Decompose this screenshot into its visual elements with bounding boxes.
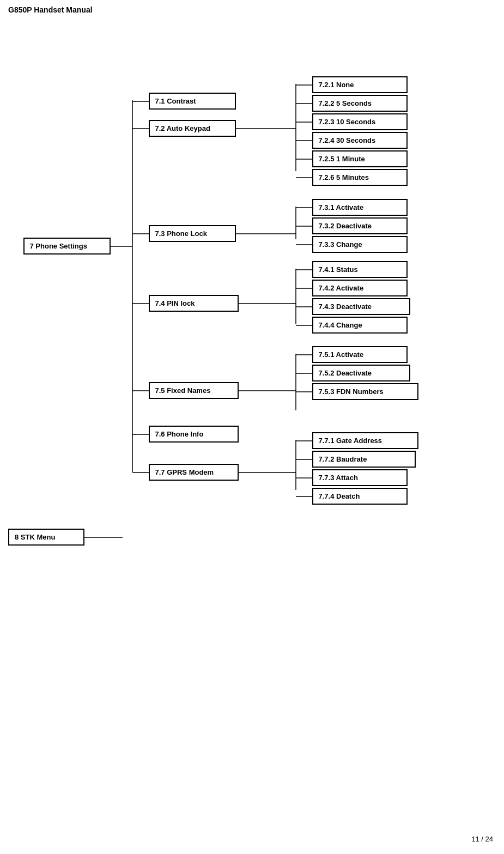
node-726: 7.2.6 5 Minutes: [312, 169, 408, 186]
page-number: 11 / 24: [471, 835, 493, 843]
node-731: 7.3.1 Activate: [312, 199, 408, 216]
node-751: 7.5.1 Activate: [312, 346, 408, 363]
page-title: G850P Handset Manual: [0, 0, 504, 20]
node-743: 7.4.3 Deactivate: [312, 298, 410, 315]
node-772: 7.7.2 Baudrate: [312, 451, 416, 468]
node-723: 7.2.3 10 Seconds: [312, 113, 408, 130]
root-node: 7 Phone Settings: [23, 238, 111, 255]
node-722: 7.2.2 5 Seconds: [312, 95, 408, 112]
node-732: 7.3.2 Deactivate: [312, 217, 408, 234]
node-741: 7.4.1 Status: [312, 261, 408, 278]
node-771: 7.7.1 Gate Address: [312, 432, 418, 449]
node-721: 7.2.1 None: [312, 76, 408, 93]
node-75: 7.5 Fixed Names: [149, 382, 239, 399]
node-744: 7.4.4 Change: [312, 317, 408, 334]
node-742: 7.4.2 Activate: [312, 280, 408, 296]
node-773: 7.7.3 Attach: [312, 469, 408, 486]
node-76: 7.6 Phone Info: [149, 426, 239, 443]
node-733: 7.3.3 Change: [312, 236, 408, 253]
node-774: 7.7.4 Deatch: [312, 488, 408, 505]
node-73: 7.3 Phone Lock: [149, 225, 236, 242]
node-752: 7.5.2 Deactivate: [312, 365, 410, 381]
node-725: 7.2.5 1 Minute: [312, 150, 408, 167]
node-753: 7.5.3 FDN Numbers: [312, 383, 418, 400]
node-72: 7.2 Auto Keypad: [149, 120, 236, 137]
stk-node: 8 STK Menu: [8, 529, 84, 546]
node-71: 7.1 Contrast: [149, 93, 236, 110]
node-77: 7.7 GPRS Modem: [149, 464, 239, 481]
node-74: 7.4 PIN lock: [149, 295, 239, 312]
node-724: 7.2.4 30 Seconds: [312, 132, 408, 149]
